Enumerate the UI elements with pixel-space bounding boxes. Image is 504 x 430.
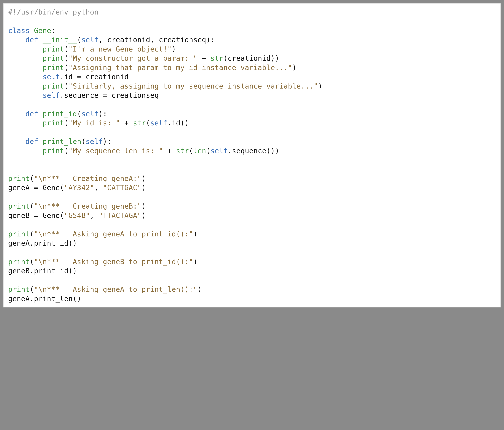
code-token: geneA.print_id()	[8, 239, 77, 247]
code-token	[8, 110, 25, 118]
code-token: (	[30, 258, 34, 266]
code-line	[8, 17, 496, 26]
code-token	[30, 26, 34, 35]
code-token: self	[81, 110, 99, 118]
code-token: (	[64, 82, 68, 90]
code-line: print("I'm a new Gene object!")	[8, 44, 496, 54]
code-token: )	[142, 174, 146, 183]
code-token: Gene	[34, 26, 51, 35]
code-token: (	[30, 174, 34, 183]
code-line	[8, 248, 496, 257]
code-token: "My constructor got a param: "	[68, 54, 198, 62]
code-line: self.id = creationid	[8, 72, 496, 81]
code-token	[8, 63, 43, 72]
code-line: geneB.print_id()	[8, 266, 496, 275]
code-token	[8, 91, 43, 99]
code-token: "My sequence len is: "	[68, 147, 163, 155]
code-token: geneB = Gene(	[8, 211, 64, 219]
code-token: self	[86, 137, 103, 146]
code-line: print("\n*** Asking geneA to print_id():…	[8, 229, 496, 239]
code-token: (	[64, 147, 68, 155]
code-line: print("\n*** Creating geneA:")	[8, 174, 496, 183]
code-token: "CATTGAC"	[103, 184, 142, 192]
code-line: print("My constructor got a param: " + s…	[8, 54, 496, 63]
code-line: print("Similarly, assigning to my sequen…	[8, 81, 496, 91]
code-token: class	[8, 26, 30, 35]
code-line	[8, 165, 496, 174]
code-token: geneA = Gene(	[8, 184, 64, 192]
code-token	[8, 45, 43, 53]
code-line	[8, 276, 496, 285]
code-token: )	[292, 63, 297, 72]
code-token: (	[64, 119, 68, 127]
code-token: .sequence = creationseq	[60, 91, 159, 99]
code-line: geneA.print_len()	[8, 294, 496, 303]
code-token: def	[25, 137, 38, 146]
code-token: "Assigning that param to my id instance …	[68, 63, 292, 72]
code-token: "\n*** Creating geneA:"	[34, 174, 142, 183]
code-token: )	[198, 285, 202, 293]
code-token: )	[142, 211, 146, 219]
code-token: "\n*** Asking geneA to print_len():"	[34, 285, 198, 293]
code-token: )	[193, 230, 198, 238]
code-token: (	[81, 137, 86, 146]
code-token: (	[30, 202, 34, 210]
code-token: self	[210, 147, 228, 155]
code-line: #!/usr/bin/env python	[8, 8, 496, 17]
code-token: print	[43, 147, 64, 155]
code-token	[38, 137, 43, 146]
code-token: )	[318, 82, 323, 90]
code-token: (	[30, 285, 34, 293]
code-token: "AY342"	[64, 184, 94, 192]
code-token	[8, 119, 43, 127]
code-token: self	[81, 36, 99, 44]
code-token: print	[8, 202, 30, 210]
code-token: )	[172, 45, 176, 53]
code-token: len	[193, 147, 206, 155]
code-line: print("\n*** Asking geneB to print_id():…	[8, 257, 496, 266]
code-token: print	[43, 82, 64, 90]
code-token: print	[43, 63, 64, 72]
code-line: class Gene:	[8, 26, 496, 35]
code-token: (creationid))	[223, 54, 279, 62]
code-token: +	[198, 54, 210, 62]
code-line: def __init__(self, creationid, creations…	[8, 35, 496, 44]
code-token: "I'm a new Gene object!"	[68, 45, 172, 53]
code-token: def	[25, 110, 38, 118]
code-line	[8, 193, 496, 202]
code-token	[8, 36, 25, 44]
code-token: "\n*** Asking geneA to print_id():"	[34, 230, 193, 238]
code-token: .id = creationid	[60, 73, 129, 81]
code-line	[8, 100, 496, 109]
code-line: def print_id(self):	[8, 109, 496, 118]
code-token: "G54B"	[64, 211, 90, 219]
code-token	[8, 82, 43, 90]
code-token: "Similarly, assigning to my sequence ins…	[68, 82, 318, 90]
code-line: geneA = Gene("AY342", "CATTGAC")	[8, 183, 496, 192]
code-token: )	[193, 258, 198, 266]
code-token: "TTACTAGA"	[99, 211, 142, 219]
code-token: self	[150, 119, 167, 127]
code-token: str	[176, 147, 189, 155]
code-token: print	[43, 54, 64, 62]
code-token	[8, 54, 43, 62]
code-token: ):	[103, 137, 111, 146]
code-token: ,	[90, 211, 99, 219]
code-token: (	[206, 147, 210, 155]
code-line: geneB = Gene("G54B", "TTACTAGA")	[8, 211, 496, 220]
code-token: ,	[94, 184, 103, 192]
code-line	[8, 128, 496, 137]
code-token: print_id	[43, 110, 77, 118]
code-block: #!/usr/bin/env python class Gene: def __…	[3, 3, 501, 307]
code-token: print	[8, 174, 30, 183]
code-line: print("\n*** Creating geneB:")	[8, 202, 496, 211]
code-token: str	[133, 119, 146, 127]
code-token: (	[64, 45, 68, 53]
code-token: print_len	[43, 137, 81, 146]
code-token: (	[77, 110, 81, 118]
code-token	[8, 137, 25, 146]
code-token: )	[142, 184, 146, 192]
code-token: +	[120, 119, 133, 127]
code-token: , creationid, creationseq):	[99, 36, 215, 44]
code-token: .sequence)))	[228, 147, 279, 155]
